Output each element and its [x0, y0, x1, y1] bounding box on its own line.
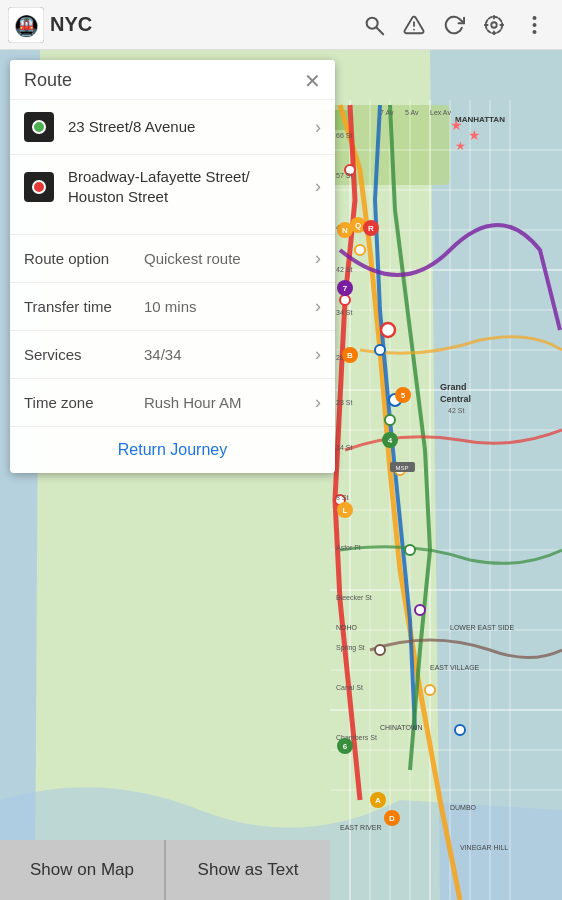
spacer	[10, 218, 335, 234]
svg-text:Grand: Grand	[440, 382, 467, 392]
svg-point-10	[532, 30, 536, 34]
svg-text:R: R	[368, 224, 374, 233]
svg-text:5: 5	[401, 391, 406, 400]
destination-station-name: Broadway-Lafayette Street/Houston Street	[68, 167, 315, 206]
search-icon[interactable]	[358, 9, 390, 41]
svg-line-3	[377, 27, 383, 33]
svg-text:Lex Av: Lex Av	[430, 109, 451, 116]
transfer-time-label: Transfer time	[24, 298, 144, 315]
route-option-value: Quickest route	[144, 250, 315, 267]
svg-text:14 St: 14 St	[336, 444, 352, 451]
svg-point-9	[532, 23, 536, 27]
svg-text:57 St: 57 St	[336, 172, 352, 179]
services-value: 34/34	[144, 346, 315, 363]
services-label: Services	[24, 346, 144, 363]
svg-point-41	[355, 245, 365, 255]
svg-point-50	[425, 685, 435, 695]
svg-text:Central: Central	[440, 394, 471, 404]
svg-text:66 St: 66 St	[336, 132, 352, 139]
svg-point-49	[375, 645, 385, 655]
timezone-chevron: ›	[315, 392, 321, 413]
svg-text:6: 6	[343, 742, 348, 751]
timezone-label: Time zone	[24, 394, 144, 411]
svg-point-44	[385, 415, 395, 425]
svg-point-6	[491, 22, 497, 28]
warning-icon[interactable]	[398, 9, 430, 41]
destination-chevron-icon: ›	[315, 176, 321, 197]
close-button[interactable]: ✕	[304, 71, 321, 91]
return-journey-section: Return Journey	[10, 426, 335, 473]
route-option-chevron: ›	[315, 248, 321, 269]
svg-point-43	[375, 345, 385, 355]
timezone-value: Rush Hour AM	[144, 394, 315, 411]
refresh-icon[interactable]	[438, 9, 470, 41]
svg-text:23 St: 23 St	[336, 399, 352, 406]
svg-text:4: 4	[388, 436, 393, 445]
transfer-time-chevron: ›	[315, 296, 321, 317]
services-row[interactable]: Services 34/34 ›	[10, 330, 335, 378]
route-option-label: Route option	[24, 250, 144, 267]
svg-point-51	[455, 725, 465, 735]
bottom-action-bar: Show on Map Show as Text	[0, 840, 330, 900]
svg-text:42 St: 42 St	[336, 266, 352, 273]
route-option-row[interactable]: Route option Quickest route ›	[10, 234, 335, 282]
svg-text:5 Av: 5 Av	[405, 109, 419, 116]
transfer-time-value: 10 mins	[144, 298, 315, 315]
station-row-origin[interactable]: 23 Street/8 Avenue ›	[10, 99, 335, 154]
app-title: NYC	[50, 13, 354, 36]
origin-chevron-icon: ›	[315, 117, 321, 138]
station-row-destination[interactable]: Broadway-Lafayette Street/Houston Street…	[10, 154, 335, 218]
show-as-text-button[interactable]: Show as Text	[166, 840, 330, 900]
origin-station-name: 23 Street/8 Avenue	[68, 117, 315, 137]
svg-text:DUMBO: DUMBO	[450, 804, 477, 811]
svg-text:EAST RIVER: EAST RIVER	[340, 824, 382, 831]
svg-text:NOHO: NOHO	[336, 624, 358, 631]
svg-point-8	[532, 16, 536, 20]
return-journey-button[interactable]: Return Journey	[118, 441, 227, 459]
panel-header: Route ✕	[10, 60, 335, 99]
more-icon[interactable]	[518, 9, 550, 41]
svg-text:L: L	[343, 506, 348, 515]
svg-text:8 St: 8 St	[336, 494, 349, 501]
svg-text:🚇: 🚇	[14, 14, 39, 38]
svg-text:★: ★	[455, 139, 466, 153]
timezone-row[interactable]: Time zone Rush Hour AM ›	[10, 378, 335, 426]
destination-station-icon	[24, 172, 54, 202]
svg-point-47	[405, 545, 415, 555]
panel-title: Route	[24, 70, 72, 91]
svg-text:★: ★	[468, 127, 481, 143]
svg-point-48	[415, 605, 425, 615]
svg-text:A: A	[375, 796, 381, 805]
svg-text:VINEGAR HILL: VINEGAR HILL	[460, 844, 508, 851]
svg-text:CHINATOWN: CHINATOWN	[380, 724, 423, 731]
svg-text:Astor Pl: Astor Pl	[336, 544, 361, 551]
svg-text:N: N	[342, 226, 348, 235]
svg-text:D: D	[389, 814, 395, 823]
svg-text:Q: Q	[355, 221, 361, 230]
svg-point-2	[367, 17, 378, 28]
services-chevron: ›	[315, 344, 321, 365]
svg-text:7 Av: 7 Av	[380, 109, 394, 116]
svg-text:MSP: MSP	[395, 465, 408, 471]
svg-text:EAST VILLAGE: EAST VILLAGE	[430, 664, 480, 671]
topbar: 🚇 NYC	[0, 0, 562, 50]
origin-station-icon	[24, 112, 54, 142]
show-on-map-button[interactable]: Show on Map	[0, 840, 166, 900]
svg-text:LOWER EAST SIDE: LOWER EAST SIDE	[450, 624, 514, 631]
svg-text:Bleecker St: Bleecker St	[336, 594, 372, 601]
svg-text:42 St: 42 St	[448, 407, 464, 414]
svg-text:B: B	[347, 351, 353, 360]
location-icon[interactable]	[478, 9, 510, 41]
app-logo: 🚇	[8, 7, 44, 43]
svg-text:7: 7	[343, 284, 348, 293]
svg-text:Spring St: Spring St	[336, 644, 365, 652]
svg-text:34 St: 34 St	[336, 309, 352, 316]
svg-point-52	[381, 323, 395, 337]
svg-text:Canal St: Canal St	[336, 684, 363, 691]
svg-text:★: ★	[450, 117, 463, 133]
svg-point-42	[340, 295, 350, 305]
transfer-time-row[interactable]: Transfer time 10 mins ›	[10, 282, 335, 330]
route-panel: Route ✕ 23 Street/8 Avenue › Broadway-La…	[10, 60, 335, 473]
